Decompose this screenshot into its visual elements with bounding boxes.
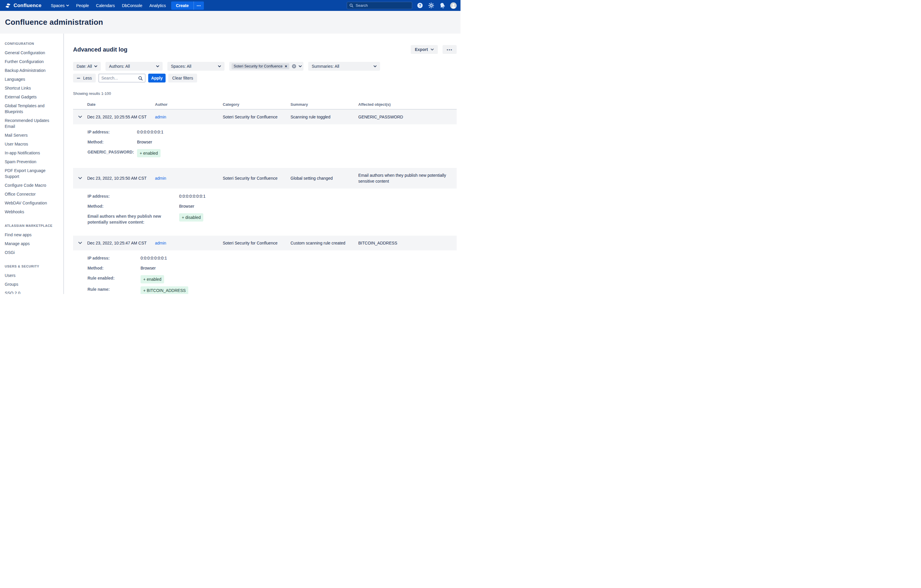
sidebar-item-users[interactable]: Users xyxy=(5,271,60,280)
detail-label: GENERIC_PASSWORD: xyxy=(88,149,137,155)
remove-tag-icon[interactable]: ✕ xyxy=(285,65,287,68)
apply-button[interactable]: Apply xyxy=(148,74,166,83)
col-category: Category xyxy=(223,102,291,107)
sidebar-item-mail-servers[interactable]: Mail Servers xyxy=(5,131,60,140)
nav-item-calendars[interactable]: Calendars xyxy=(93,2,118,10)
more-options-button[interactable]: ••• xyxy=(443,45,457,54)
row-date: Dec 23, 2022, 10:25:55 AM CST xyxy=(87,114,155,120)
nav-item-dbconsole[interactable]: DbConsole xyxy=(119,2,145,10)
chevron-down-icon xyxy=(94,65,97,67)
user-avatar[interactable] xyxy=(450,2,457,9)
chevron-down-icon xyxy=(299,65,302,67)
sidebar-item-groups[interactable]: Groups xyxy=(5,280,60,289)
global-search-input[interactable] xyxy=(356,3,410,8)
col-affected: Affected object(s) xyxy=(358,102,457,107)
admin-sidebar: CONFIGURATION General Configuration Furt… xyxy=(0,34,64,294)
row-details: IP address: 0:0:0:0:0:0:0:1 Method: Brow… xyxy=(73,188,457,236)
create-more-button[interactable]: ••• xyxy=(194,2,204,10)
change-pill: + enabled xyxy=(137,149,161,157)
sidebar-item-spam-prevention[interactable]: Spam Prevention xyxy=(5,157,60,166)
row-author-link[interactable]: admin xyxy=(155,115,166,119)
collapse-row-icon[interactable] xyxy=(73,116,87,118)
sidebar-item-further-configuration[interactable]: Further Configuration xyxy=(5,57,60,66)
sidebar-item-find-new-apps[interactable]: Find new apps xyxy=(5,231,60,239)
nav-menu: Spaces People Calendars DbConsole Analyt… xyxy=(48,2,169,10)
date-filter-dropdown[interactable]: Date: All xyxy=(73,62,101,71)
detail-label: Rule name: xyxy=(88,286,140,292)
chevron-down-icon xyxy=(156,65,159,67)
less-filters-button[interactable]: Less xyxy=(73,74,96,83)
detail-value: Browser xyxy=(179,203,194,209)
export-button[interactable]: Export xyxy=(411,45,438,54)
filter-search-input[interactable] xyxy=(101,76,137,80)
sidebar-item-external-gadgets[interactable]: External Gadgets xyxy=(5,93,60,101)
detail-value: 0:0:0:0:0:0:0:1 xyxy=(179,193,206,199)
sidebar-item-webhooks[interactable]: Webhooks xyxy=(5,207,60,216)
category-filter-dropdown[interactable]: Soteri Security for Confluence ✕ xyxy=(229,62,303,71)
detail-value: 0:0:0:0:0:0:0:1 xyxy=(137,129,164,135)
detail-label: Email authors when they publish new pote… xyxy=(88,213,179,225)
sidebar-item-in-app-notifications[interactable]: In-app Notifications xyxy=(5,148,60,157)
row-date: Dec 23, 2022, 10:25:50 AM CST xyxy=(87,175,155,181)
page-header: Confluence administration xyxy=(0,11,460,34)
detail-value: Browser xyxy=(140,265,156,271)
detail-label: IP address: xyxy=(88,129,137,135)
sidebar-item-recommended-updates-email[interactable]: Recommended Updates Email xyxy=(5,116,60,131)
row-date: Dec 23, 2022, 10:25:47 AM CST xyxy=(87,240,155,246)
clear-selection-icon[interactable] xyxy=(292,64,296,69)
sidebar-item-backup-administration[interactable]: Backup Administration xyxy=(5,66,60,75)
sidebar-item-manage-apps[interactable]: Manage apps xyxy=(5,239,60,248)
minus-icon xyxy=(77,78,80,79)
svg-text:?: ? xyxy=(419,3,421,8)
category-filter-tag: Soteri Security for Confluence ✕ xyxy=(231,63,289,69)
filter-search-field[interactable] xyxy=(98,74,146,83)
sidebar-item-webdav-configuration[interactable]: WebDAV Configuration xyxy=(5,198,60,207)
sidebar-item-user-macros[interactable]: User Macros xyxy=(5,140,60,148)
collapse-row-icon[interactable] xyxy=(73,177,87,179)
sidebar-item-sso[interactable]: SSO 2.0 xyxy=(5,289,60,294)
col-date: Date xyxy=(87,102,155,107)
change-pill: + BITCOIN_ADDRESS xyxy=(140,286,188,294)
clear-filters-button[interactable]: Clear filters xyxy=(168,74,197,83)
change-pill: + disabled xyxy=(179,213,203,221)
sidebar-item-configure-code-macro[interactable]: Configure Code Macro xyxy=(5,181,60,190)
authors-filter-dropdown[interactable]: Authors: All xyxy=(106,62,163,71)
summaries-filter-dropdown[interactable]: Summaries: All xyxy=(308,62,380,71)
sidebar-item-osgi[interactable]: OSGi xyxy=(5,248,60,257)
row-summary: Global setting changed xyxy=(291,175,358,181)
global-search[interactable] xyxy=(347,2,412,9)
row-affected: BITCOIN_ADDRESS xyxy=(358,240,457,246)
chevron-down-icon xyxy=(374,65,376,67)
row-author-link[interactable]: admin xyxy=(155,176,166,180)
row-summary: Scanning rule toggled xyxy=(291,114,358,120)
detail-label: Method: xyxy=(88,203,179,209)
spaces-filter-dropdown[interactable]: Spaces: All xyxy=(168,62,225,71)
sidebar-item-office-connector[interactable]: Office Connector xyxy=(5,190,60,198)
help-icon[interactable]: ? xyxy=(416,2,423,9)
sidebar-item-pdf-export-language-support[interactable]: PDF Export Language Support xyxy=(5,166,60,181)
confluence-logo[interactable]: Confluence xyxy=(5,2,42,9)
search-icon xyxy=(138,76,143,80)
nav-item-analytics[interactable]: Analytics xyxy=(146,2,169,10)
search-icon xyxy=(350,3,353,7)
chevron-down-icon xyxy=(218,65,221,67)
nav-item-people[interactable]: People xyxy=(73,2,92,10)
settings-gear-icon[interactable] xyxy=(428,2,434,9)
row-category: Soteri Security for Confluence xyxy=(223,114,291,120)
collapse-row-icon[interactable] xyxy=(73,242,87,244)
row-category: Soteri Security for Confluence xyxy=(223,175,291,181)
nav-item-spaces[interactable]: Spaces xyxy=(48,2,72,10)
sidebar-item-shortcut-links[interactable]: Shortcut Links xyxy=(5,84,60,93)
detail-value: Browser xyxy=(137,139,152,145)
chevron-down-icon xyxy=(431,49,434,51)
sidebar-item-global-templates[interactable]: Global Templates and Blueprints xyxy=(5,101,60,116)
detail-label: Method: xyxy=(88,265,140,271)
confluence-mark-icon xyxy=(5,2,11,9)
sidebar-section-marketplace: ATLASSIAN MARKETPLACE xyxy=(5,224,60,227)
row-author-link[interactable]: admin xyxy=(155,241,166,245)
notifications-bell-icon[interactable] xyxy=(439,2,446,9)
sidebar-section-configuration: CONFIGURATION xyxy=(5,42,60,45)
create-button[interactable]: Create xyxy=(171,2,194,10)
sidebar-item-languages[interactable]: Languages xyxy=(5,75,60,84)
sidebar-item-general-configuration[interactable]: General Configuration xyxy=(5,48,60,57)
